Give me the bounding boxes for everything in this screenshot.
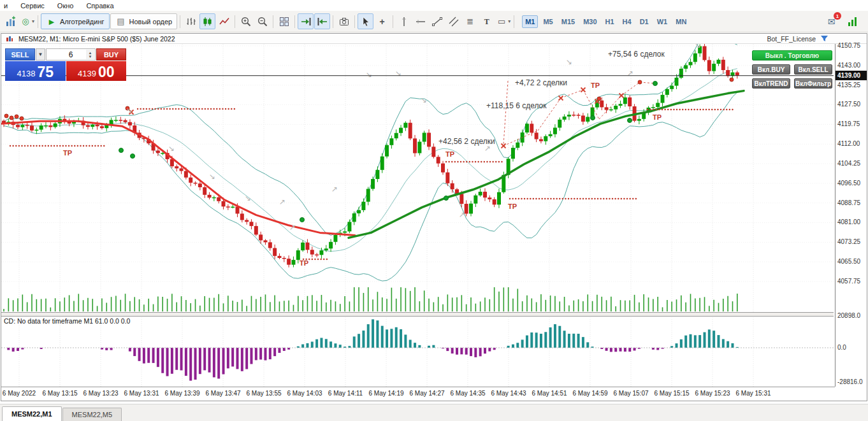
- enable-filter-button[interactable]: ВклФильтр: [794, 78, 832, 89]
- text-tool-button[interactable]: T: [479, 13, 495, 29]
- svg-text:TP: TP: [63, 149, 72, 157]
- zoom-out-button[interactable]: [254, 13, 270, 29]
- timeframe-mn[interactable]: MN: [672, 15, 690, 28]
- bid-price-box[interactable]: 4138 75: [5, 61, 66, 81]
- svg-text:↘: ↘: [395, 69, 401, 78]
- enable-sell-button[interactable]: Вкл.SELL: [794, 64, 832, 75]
- vline-icon: [398, 16, 410, 27]
- timeframe-d1[interactable]: D1: [637, 15, 652, 28]
- svg-text:+75,54 6 сделок: +75,54 6 сделок: [608, 50, 665, 59]
- timeframe-h1[interactable]: H1: [602, 15, 618, 28]
- text-icon: T: [481, 16, 493, 27]
- cursor-button[interactable]: [358, 13, 373, 29]
- timeframe-m1[interactable]: M1: [522, 15, 538, 28]
- svg-text:+118,15 6 сделок: +118,15 6 сделок: [486, 101, 547, 110]
- svg-text:TP: TP: [300, 259, 308, 267]
- svg-text:↗: ↗: [459, 210, 465, 219]
- chart-tabs-bar: MESM22,M1MESM22,M5: [0, 404, 868, 421]
- algotrading-button[interactable]: ▶Алготрейдинг: [41, 13, 109, 29]
- menu-item-1[interactable]: Сервис: [20, 2, 45, 10]
- toolbar-separator: [294, 15, 295, 28]
- toolbar-separator: [38, 15, 38, 28]
- time-label: 6 May 13:47: [202, 390, 244, 397]
- crosshair-button[interactable]: +: [374, 13, 390, 29]
- sell-button[interactable]: SELL: [5, 48, 35, 61]
- price-tick: 4143.00: [837, 62, 860, 69]
- time-label: 6 May 15:31: [732, 390, 774, 397]
- auto-scroll-button[interactable]: [298, 13, 314, 29]
- timeframe-h4[interactable]: H4: [619, 15, 635, 28]
- profiles-button-caret[interactable]: ▾: [32, 18, 34, 24]
- chart-tab-mesm22-m5[interactable]: MESM22,M5: [62, 408, 122, 421]
- mail-button[interactable]: ✉1: [823, 13, 839, 29]
- svg-text:+4,72 2 сделки: +4,72 2 сделки: [515, 78, 567, 87]
- price-tick: 4135.25: [837, 82, 860, 89]
- bars-icon: [185, 16, 197, 27]
- bid-price-main: 4138: [17, 68, 35, 80]
- time-label: 6 May 14:43: [488, 390, 530, 397]
- menu-bar: иСервисОкноСправка: [0, 0, 868, 11]
- chart-tab-mesm22-m1[interactable]: MESM22,M1: [2, 406, 62, 421]
- fibonacci-button[interactable]: ≣: [462, 13, 478, 29]
- vertical-line-button[interactable]: [396, 13, 412, 29]
- chart-canvas[interactable]: ↘↘↘↘↗↗↗↘↘↘↗↗↘↗↘TPTPTPTPTPTP+75,54 6 сдел…: [1, 44, 834, 387]
- play-icon: ▶: [46, 16, 57, 27]
- volume-spinner[interactable]: ▲▼: [86, 50, 94, 59]
- price-tick: 4127.50: [837, 101, 860, 108]
- enable-buy-button[interactable]: Вкл.BUY: [752, 64, 790, 75]
- shapes-button-caret[interactable]: ▾: [508, 18, 510, 24]
- timeframe-m30[interactable]: M30: [580, 15, 600, 28]
- ask-price-box[interactable]: 4139 00: [66, 61, 127, 81]
- price-axis[interactable]: 4150.754143.004135.254127.504119.754112.…: [835, 44, 867, 387]
- horizontal-line-button[interactable]: [412, 13, 428, 29]
- time-label: 6 May 14:03: [284, 390, 326, 397]
- svg-text:TP: TP: [508, 203, 517, 210]
- trendline-button[interactable]: [429, 13, 445, 29]
- one-click-trading-panel: SELL ▼ 6 ▲▼ BUY 4138 75 4139 00: [5, 48, 126, 81]
- channel-icon: [448, 16, 459, 27]
- menu-item-0[interactable]: и: [4, 2, 8, 10]
- new-order-button[interactable]: ▤Новый ордер: [110, 13, 178, 29]
- zoom-out-icon: [257, 16, 268, 27]
- timeframe-m5[interactable]: M5: [540, 15, 556, 28]
- bid-price-frac: 75: [37, 65, 54, 80]
- time-label: 6 May 13:39: [161, 390, 203, 397]
- indicator-tick: -28816.0: [837, 378, 862, 386]
- toolbar-separator: [354, 15, 355, 28]
- bot-control-panel: Выкл . ТорговлюВкл.BUYВкл.SELLВклTRENDВк…: [752, 50, 832, 89]
- toggle-trading-button[interactable]: Выкл . Торговлю: [752, 50, 832, 61]
- time-axis[interactable]: 6 May 20226 May 13:156 May 13:236 May 13…: [1, 387, 835, 402]
- zoom-in-button[interactable]: [238, 13, 254, 29]
- ask-price-frac: 00: [98, 65, 115, 80]
- profiles-button[interactable]: ◎▾: [19, 13, 35, 29]
- timeframe-m15[interactable]: M15: [558, 15, 578, 28]
- tile-windows-button[interactable]: [276, 13, 292, 29]
- current-price-box: 4139.00: [835, 71, 867, 80]
- terminal-button[interactable]: [844, 13, 860, 29]
- chart-candles-button[interactable]: [199, 13, 215, 29]
- time-label: 6 May 15:23: [691, 390, 734, 397]
- chart-shift-button[interactable]: [314, 13, 330, 29]
- price-tick: 4104.25: [837, 160, 860, 168]
- time-label: 6 May 15:07: [610, 390, 652, 397]
- enable-trend-button[interactable]: ВклTREND: [752, 78, 790, 89]
- channel-button[interactable]: [445, 13, 461, 29]
- chart-body: ↘↘↘↘↗↗↗↘↘↘↗↗↘↗↘TPTPTPTPTPTP+75,54 6 сдел…: [1, 44, 867, 387]
- new-chart-button[interactable]: [3, 13, 18, 29]
- shift-end-icon: [317, 16, 328, 27]
- buy-button[interactable]: BUY: [96, 48, 126, 61]
- shapes-icon: ▭: [496, 16, 507, 27]
- grid-icon: [278, 16, 290, 27]
- svg-text:↘: ↘: [209, 172, 215, 181]
- chart-line-button[interactable]: [216, 13, 232, 29]
- menu-item-2[interactable]: Окно: [57, 2, 74, 10]
- chart-bars-button[interactable]: [183, 13, 199, 29]
- shapes-button[interactable]: ▭▾: [495, 13, 511, 29]
- svg-text:↗: ↗: [627, 69, 633, 78]
- timeframe-w1[interactable]: W1: [654, 15, 671, 28]
- menu-item-3[interactable]: Справка: [86, 2, 113, 10]
- price-tick: 4096.50: [837, 180, 860, 187]
- volume-input[interactable]: 6 ▲▼: [46, 48, 96, 61]
- sell-options-caret[interactable]: ▼: [36, 48, 45, 61]
- screenshot-button[interactable]: [336, 13, 352, 29]
